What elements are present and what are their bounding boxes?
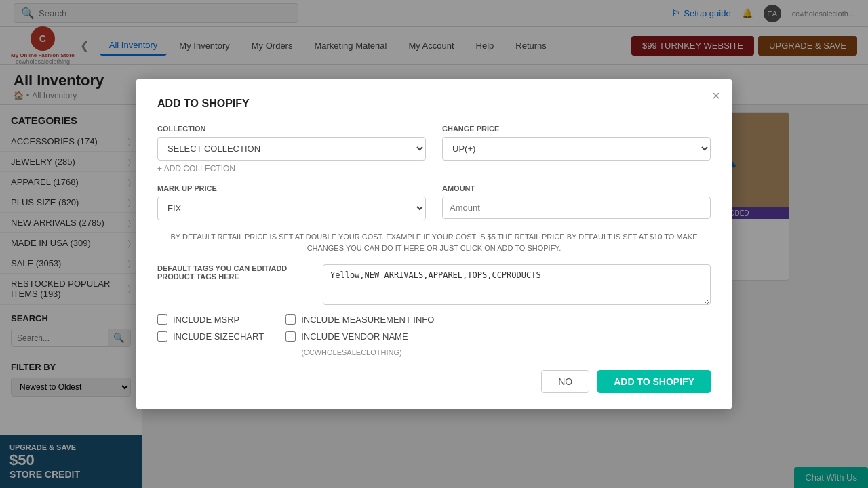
modal-add-shopify-button[interactable]: ADD TO SHOPIFY [597,370,711,393]
include-measurement-item: INCLUDE MEASUREMENT INFO [285,314,434,325]
tags-textarea[interactable]: Yellow,NEW ARRIVALS,APPAREL,TOPS,CCPRODU… [323,264,711,305]
change-price-select[interactable]: UP(+)DOWN(-)NO CHANGE [442,137,711,161]
include-sizechart-item: INCLUDE SIZECHART [157,331,264,342]
tags-label-col: DEFAULT TAGS YOU CAN EDIT/ADD PRODUCT TA… [157,264,307,308]
change-price-col: CHANGE PRICE UP(+)DOWN(-)NO CHANGE [442,125,711,174]
include-msrp-checkbox[interactable] [157,314,167,325]
collection-col: COLLECTION SELECT COLLECTION + ADD COLLE… [157,125,426,174]
tags-row: DEFAULT TAGS YOU CAN EDIT/ADD PRODUCT TA… [157,264,711,308]
include-msrp-label: INCLUDE MSRP [173,314,239,325]
vendor-note: (CCWHOLESALECLOTHING) [301,348,434,357]
markup-label: MARK UP PRICE [157,184,426,192]
amount-label: AMOUNT [442,184,711,192]
modal-row-2: MARK UP PRICE FIXPERCENTAGE AMOUNT [157,184,711,220]
modal-close-button[interactable]: × [712,88,720,104]
markup-col: MARK UP PRICE FIXPERCENTAGE [157,184,426,220]
collection-label: COLLECTION [157,125,426,133]
checkbox-col-left: INCLUDE MSRP INCLUDE SIZECHART [157,314,264,357]
tags-label: DEFAULT TAGS YOU CAN EDIT/ADD PRODUCT TA… [157,264,307,281]
amount-input[interactable] [442,197,711,219]
modal-no-button[interactable]: NO [541,370,589,393]
amount-col: AMOUNT [442,184,711,220]
include-measurement-checkbox[interactable] [285,314,296,325]
modal-row-1: COLLECTION SELECT COLLECTION + ADD COLLE… [157,125,711,174]
change-price-label: CHANGE PRICE [442,125,711,133]
tags-input-col: Yellow,NEW ARRIVALS,APPAREL,TOPS,CCPRODU… [323,264,711,308]
modal-footer: NO ADD TO SHOPIFY [157,370,711,393]
checkboxes-row: INCLUDE MSRP INCLUDE SIZECHART INCLUDE M… [157,314,711,357]
markup-select[interactable]: FIXPERCENTAGE [157,197,426,220]
include-sizechart-label: INCLUDE SIZECHART [173,331,264,342]
add-collection-link[interactable]: + ADD COLLECTION [157,164,426,174]
include-vendor-checkbox[interactable] [285,331,296,342]
modal-note: BY DEFAULT RETAIL PRICE IS SET AT DOUBLE… [157,231,711,253]
include-msrp-item: INCLUDE MSRP [157,314,264,325]
include-measurement-label: INCLUDE MEASUREMENT INFO [301,314,434,325]
checkbox-col-right: INCLUDE MEASUREMENT INFO INCLUDE VENDOR … [285,314,434,357]
tags-section: DEFAULT TAGS YOU CAN EDIT/ADD PRODUCT TA… [157,264,711,308]
collection-select[interactable]: SELECT COLLECTION [157,137,426,161]
include-vendor-item: INCLUDE VENDOR NAME [285,331,434,342]
include-sizechart-checkbox[interactable] [157,331,167,342]
modal-title: ADD TO SHOPIFY [157,98,711,110]
modal-overlay: ADD TO SHOPIFY × COLLECTION SELECT COLLE… [0,0,868,488]
add-to-shopify-modal: ADD TO SHOPIFY × COLLECTION SELECT COLLE… [136,79,732,409]
include-vendor-label: INCLUDE VENDOR NAME [301,331,408,342]
